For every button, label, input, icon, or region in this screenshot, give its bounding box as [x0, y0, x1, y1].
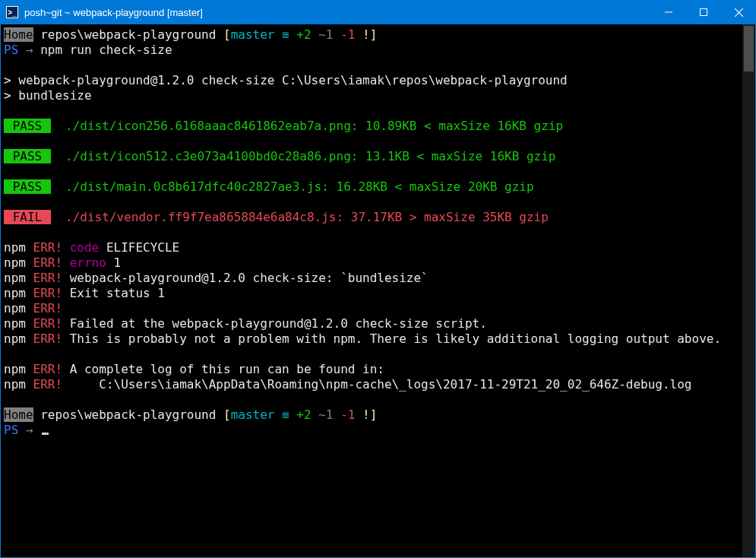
terminal-line: PASS ./dist/main.0c8b617dfc40c2827ae3.js… [4, 179, 742, 195]
terminal-line [4, 134, 742, 149]
fail-badge: FAIL [4, 210, 51, 224]
titlebar[interactable]: >_ posh~git ~ webpack-playground [master… [0, 0, 756, 24]
ps-label: PS [4, 423, 18, 437]
home-badge: Home [4, 27, 33, 42]
terminal-line: > webpack-playground@1.2.0 check-size C:… [4, 73, 742, 88]
bundle-result: ./dist/icon256.6168aaac8461862eab7a.png:… [51, 119, 563, 133]
terminal-line: FAIL ./dist/vendor.ff9f7ea865884e6a84c8.… [4, 210, 742, 225]
prompt-arrow: → [18, 423, 40, 437]
terminal-line [4, 225, 742, 240]
cursor [42, 433, 49, 435]
close-button[interactable] [721, 0, 756, 24]
terminal-line: > bundlesize [4, 88, 742, 103]
terminal-output[interactable]: Home repos\webpack-playground [master ≡ … [1, 24, 742, 557]
terminal-line: npm ERR! Failed at the webpack-playgroun… [4, 316, 742, 331]
pass-badge: PASS [4, 119, 51, 133]
scrollbar[interactable] [742, 24, 755, 557]
terminal-line [4, 392, 742, 407]
scrollbar-thumb[interactable] [744, 26, 754, 71]
terminal-line: npm ERR! A complete log of this run can … [4, 362, 742, 377]
prompt-arrow: → [18, 43, 40, 57]
svg-rect-1 [701, 9, 707, 16]
terminal-window: >_ posh~git ~ webpack-playground [master… [0, 0, 756, 558]
terminal-line: npm ERR! code ELIFECYCLE [4, 240, 742, 255]
terminal-line: npm ERR! Exit status 1 [4, 286, 742, 301]
pass-badge: PASS [4, 179, 51, 194]
terminal-line [4, 164, 742, 179]
bundle-result: ./dist/icon512.c3e073a4100bd0c28a86.png:… [51, 149, 556, 163]
npm-run-header: > webpack-playground@1.2.0 check-size C:… [4, 73, 568, 87]
maximize-button[interactable] [686, 0, 721, 24]
terminal-line: Home repos\webpack-playground [master ≡ … [4, 27, 742, 43]
terminal-line: npm ERR! webpack-playground@1.2.0 check-… [4, 271, 742, 286]
branch-name: master [231, 407, 275, 422]
prompt-path: repos\webpack-playground [33, 407, 223, 422]
terminal-line: PS → npm run check-size [4, 43, 742, 58]
powershell-icon: >_ [6, 6, 18, 18]
terminal-line [4, 195, 742, 210]
bundle-result: ./dist/main.0c8b617dfc40c2827ae3.js: 16.… [51, 179, 534, 194]
pass-badge: PASS [4, 149, 51, 163]
terminal-line: PASS ./dist/icon512.c3e073a4100bd0c28a86… [4, 149, 742, 164]
ps-label: PS [4, 43, 18, 57]
home-badge: Home [4, 407, 33, 422]
terminal-line [4, 347, 742, 362]
prompt-path: repos\webpack-playground [33, 27, 223, 42]
terminal-line: npm ERR! [4, 301, 742, 316]
window-controls [651, 0, 756, 24]
command: npm run check-size [40, 43, 172, 57]
client-area: Home repos\webpack-playground [master ≡ … [1, 24, 755, 557]
terminal-line [4, 58, 742, 73]
terminal-line [4, 103, 742, 119]
window-title: posh~git ~ webpack-playground [master] [24, 7, 203, 18]
branch-name: master [231, 27, 275, 42]
minimize-button[interactable] [651, 0, 686, 24]
terminal-line: PASS ./dist/icon256.6168aaac8461862eab7a… [4, 119, 742, 134]
terminal-line: Home repos\webpack-playground [master ≡ … [4, 407, 742, 423]
terminal-line: npm ERR! This is probably not a problem … [4, 331, 742, 347]
npm-run-subheader: > bundlesize [4, 88, 92, 103]
terminal-line: npm ERR! C:\Users\iamak\AppData\Roaming\… [4, 377, 742, 392]
terminal-line: PS → [4, 423, 742, 438]
terminal-line: npm ERR! errno 1 [4, 255, 742, 271]
bundle-result: ./dist/vendor.ff9f7ea865884e6a84c8.js: 3… [51, 210, 549, 224]
